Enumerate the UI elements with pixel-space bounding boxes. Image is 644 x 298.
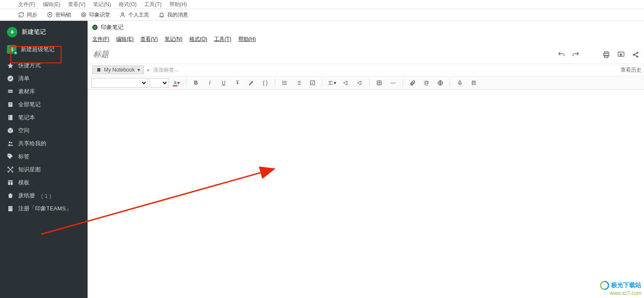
table-button[interactable] — [373, 78, 385, 88]
sidebar-item-space[interactable]: 空间 — [0, 124, 88, 137]
ed-menu-help[interactable]: 帮助(H) — [238, 36, 256, 43]
view-history-link[interactable]: 查看历史 — [621, 66, 641, 74]
indent-right-button[interactable] — [354, 78, 366, 88]
sidebar-item-teams[interactable]: 注册「印象TEAMS」 — [0, 202, 88, 215]
ed-menu-edit[interactable]: 编辑(E) — [116, 36, 133, 43]
template-icon — [7, 179, 14, 186]
bullet-list-button[interactable] — [279, 78, 291, 88]
at-button[interactable]: @ — [420, 78, 433, 88]
notebook-name: My Notebook — [104, 67, 135, 73]
note-body[interactable] — [88, 90, 644, 298]
check-circle-icon — [7, 75, 14, 82]
svg-rect-21 — [11, 182, 13, 185]
notebook-selector[interactable]: My Notebook ▾ — [92, 65, 144, 74]
ed-menu-file[interactable]: 文件(F) — [92, 36, 109, 43]
share-icon[interactable] — [632, 51, 640, 59]
note-title-input[interactable] — [92, 47, 557, 62]
italic-button[interactable]: I — [204, 78, 216, 88]
numlist-icon — [296, 80, 302, 86]
new-note-button[interactable]: + 新建笔记 — [7, 25, 81, 39]
svg-point-4 — [7, 75, 13, 81]
svg-point-37 — [283, 82, 283, 83]
sidebar-item-knowledge[interactable]: 知识星图 — [0, 163, 88, 176]
ed-menu-tools[interactable]: 工具(T) — [214, 36, 231, 43]
sidebar-item-material[interactable]: 素材库 — [0, 85, 88, 98]
number-list-button[interactable] — [293, 78, 305, 88]
editor-panel: 印象笔记 文件(F) 编辑(E) 查看(V) 笔记(N) 格式(O) 工具(T)… — [88, 21, 644, 298]
svg-point-0 — [49, 14, 50, 15]
bold-button[interactable]: B — [190, 78, 202, 88]
undo-icon[interactable] — [557, 51, 565, 59]
menu-edit[interactable]: 编辑(E) — [43, 1, 60, 8]
font-size-select[interactable] — [150, 78, 169, 88]
s-badge-icon: S+ — [7, 45, 16, 54]
chevron-right-icon: ▸ — [147, 67, 150, 73]
present-icon[interactable] — [617, 51, 625, 59]
attach-button[interactable] — [407, 78, 419, 88]
sidebar-item-trash[interactable]: 废纸篓( 1 ) — [0, 189, 88, 202]
home-button[interactable]: 个人主页 — [120, 11, 149, 19]
svg-point-16 — [12, 167, 13, 168]
menu-tools[interactable]: 工具(T) — [144, 1, 161, 8]
app-title: 印象笔记 — [101, 23, 124, 31]
link-button[interactable] — [434, 78, 446, 88]
svg-rect-19 — [8, 180, 13, 182]
highlight-button[interactable] — [245, 78, 257, 88]
mic-button[interactable] — [454, 78, 466, 88]
ed-menu-note[interactable]: 笔记(N) — [165, 36, 182, 43]
indent-icon — [357, 80, 363, 86]
new-super-note-button[interactable]: S+ 新建超级笔记 — [7, 45, 81, 54]
menu-note[interactable]: 笔记(N) — [93, 1, 111, 8]
sidebar-item-notebooks[interactable]: 笔记本 — [0, 111, 88, 124]
menu-file[interactable]: 文件(F) — [18, 1, 35, 8]
checkbox-button[interactable] — [306, 78, 319, 88]
sidebar-item-checklist[interactable]: 清单 — [0, 72, 88, 85]
star-icon — [7, 62, 14, 69]
svg-point-3 — [122, 13, 124, 15]
book-icon — [7, 114, 14, 121]
sidebar-item-allnotes[interactable]: 全部笔记 — [0, 98, 88, 111]
ed-menu-format[interactable]: 格式(O) — [189, 36, 207, 43]
svg-rect-24 — [11, 207, 11, 207]
svg-rect-22 — [8, 206, 12, 211]
more-button[interactable] — [468, 78, 480, 88]
add-tag-input[interactable]: 添加标签... — [153, 66, 179, 74]
class-button[interactable]: 印象识堂 — [81, 11, 110, 19]
checkbox-icon — [309, 80, 315, 86]
sync-button[interactable]: 同步 — [18, 11, 37, 19]
menu-help[interactable]: 帮助(H) — [169, 1, 187, 8]
notebook-icon — [96, 67, 101, 72]
ed-menu-view[interactable]: 查看(V) — [140, 36, 158, 43]
hr-button[interactable]: — — [387, 78, 399, 88]
svg-rect-25 — [9, 208, 10, 209]
msg-button[interactable]: 我的消息 — [159, 11, 188, 19]
stack-icon — [7, 88, 14, 95]
svg-point-2 — [83, 14, 85, 16]
sidebar-item-tags[interactable]: 标签 — [0, 150, 88, 163]
building-icon — [7, 205, 14, 212]
lock-button[interactable]: 密码锁 — [47, 11, 71, 19]
svg-point-12 — [9, 141, 10, 143]
svg-rect-34 — [98, 68, 101, 72]
redo-icon[interactable] — [572, 51, 580, 59]
print-icon[interactable] — [602, 51, 610, 59]
strike-button[interactable]: T — [231, 78, 244, 88]
font-color-button[interactable]: a ▾ — [170, 78, 182, 88]
code-button[interactable]: { } — [259, 78, 271, 88]
sidebar-item-templates[interactable]: 模板 — [0, 176, 88, 189]
editor-menubar: 文件(F) 编辑(E) 查看(V) 笔记(N) 格式(O) 工具(T) 帮助(H… — [88, 34, 644, 46]
underline-button[interactable]: U — [218, 78, 230, 88]
font-family-select[interactable] — [91, 78, 148, 88]
menu-view[interactable]: 查看(V) — [68, 1, 85, 8]
sidebar-item-shared[interactable]: 共享给我的 — [0, 137, 88, 150]
sidebar-item-shortcuts[interactable]: 快捷方式 — [0, 59, 88, 72]
svg-rect-44 — [310, 81, 314, 85]
home-label: 个人主页 — [128, 11, 149, 19]
user-icon — [120, 12, 126, 18]
note-icon — [7, 101, 14, 108]
indent-left-button[interactable] — [340, 78, 352, 88]
align-button[interactable]: ▾ — [326, 78, 338, 88]
menu-format[interactable]: 格式(O) — [119, 1, 137, 8]
globe-icon — [437, 80, 443, 86]
notebook-row: My Notebook ▾ ▸ 添加标签... 查看历史 — [88, 63, 644, 76]
